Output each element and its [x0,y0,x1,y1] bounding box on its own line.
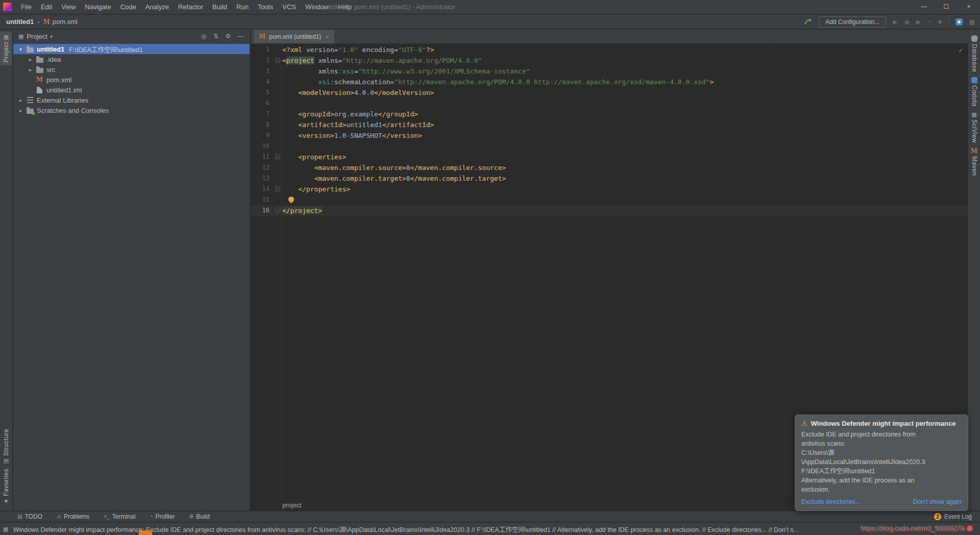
tool-stripe-structure[interactable]: Structure▤ [0,426,12,466]
menu-file[interactable]: File [16,0,36,14]
menu-refactor[interactable]: Refactor [174,0,208,14]
status-message[interactable]: Windows Defender might impact performanc… [13,524,799,534]
breadcrumb-tag-project[interactable]: project [282,502,302,509]
tree-item-external-libraries[interactable]: ▸External Libraries [13,95,250,105]
fold-marker-icon[interactable]: − [275,154,280,159]
tree-label: src [46,66,55,74]
chevron-down-icon[interactable]: ▾ [16,46,25,52]
intention-bulb-icon[interactable] [288,197,294,202]
minimize-button[interactable]: — [913,0,935,14]
line-number: 11 [251,152,273,162]
chevron-down-icon[interactable]: ▾ [50,34,53,39]
code-line-7[interactable]: 7 <groupId>org.example</groupId> [251,109,968,119]
chevron-right-icon[interactable]: ▸ [16,108,25,113]
menu-view[interactable]: View [57,0,80,14]
exclude-directories-link[interactable]: Exclude directories... [801,498,861,505]
close-button[interactable]: × [958,0,980,14]
code-line-12[interactable]: 12 <maven.compiler.source>8</maven.compi… [251,162,968,173]
tool-window-button-problems[interactable]: ⚠Problems [57,513,90,520]
code-segment [282,164,314,172]
code-segment: "http://maven.apache.org/POM/4.0.0 http:… [394,78,709,86]
code-line-10[interactable]: 10 [251,141,968,152]
menu-edit[interactable]: Edit [36,0,57,14]
code-line-1[interactable]: 1<?xml version="1.0" encoding="UTF-8"?> [251,44,968,55]
menu-navigate[interactable]: Navigate [80,0,115,14]
breadcrumb-project[interactable]: untitled1 [6,18,34,26]
menu-tools[interactable]: Tools [253,0,278,14]
tool-stripe-codota[interactable]: Codota [968,75,980,109]
code-line-3[interactable]: 3 xmlns:xsi="http://www.w3.org/2001/XMLS… [251,66,968,77]
close-tab-icon[interactable]: × [326,34,329,40]
tree-item-untitled1[interactable]: ▾untitled1F:\IDEA工作空间\untitled1 [13,44,250,54]
select-opened-file-button[interactable]: ◎ [198,33,210,40]
project-view-selector[interactable]: Project [27,33,47,40]
settings-gear-icon[interactable]: ⚙ [222,33,234,40]
menu-analyze[interactable]: Analyze [141,0,174,14]
code-text: <properties> [282,152,346,162]
coverage-icon[interactable]: ▶ [916,19,921,25]
tree-label: Scratches and Consoles [37,107,109,114]
event-log-button[interactable]: 2 Event Log [934,513,972,520]
tree-item-src[interactable]: ▸src [13,64,250,75]
menu-code[interactable]: Code [116,0,141,14]
debug-icon[interactable]: ◉ [904,19,909,25]
tool-window-button-terminal[interactable]: >_Terminal [104,513,136,520]
tool-stripe-sciview[interactable]: ▦SciView [968,109,980,145]
tool-window-button-todo[interactable]: ▤TODO [17,513,42,520]
code-line-16[interactable]: 16−</project> [251,205,968,216]
window-layout-icon[interactable]: ▦ [969,19,975,25]
code-line-8[interactable]: 8 <artifactId>untitled1</artifactId> [251,119,968,130]
code-line-13[interactable]: 13 <maven.compiler.target>8</maven.compi… [251,173,968,184]
maven-file-icon: M [259,34,265,40]
chevron-right-icon[interactable]: ▸ [16,98,25,103]
code-text: <version>1.0-SNAPSHOT</version> [282,130,422,141]
code-line-6[interactable]: 6 [251,98,968,109]
tool-stripe-maven[interactable]: MMaven [968,145,980,179]
chevron-right-icon[interactable]: ▸ [26,57,35,62]
code-line-15[interactable]: 15 [251,194,968,205]
code-line-2[interactable]: 2−<project xmlns="http://maven.apache.or… [251,55,968,66]
tree-label: External Libraries [37,96,88,104]
code-line-5[interactable]: 5 <modelVersion>4.0.0</modelVersion> [251,87,968,98]
maximize-button[interactable]: ☐ [935,0,958,14]
code-line-9[interactable]: 9 <version>1.0-SNAPSHOT</version> [251,130,968,141]
tree-item-icon-wrap [35,56,44,63]
code-line-14[interactable]: 14− </properties> [251,184,968,194]
tool-stripe-database[interactable]: Database [968,33,980,75]
tree-item-pom-xml[interactable]: Mpom.xml [13,75,250,85]
fold-marker-icon[interactable]: − [275,186,280,191]
add-configuration-button[interactable]: Add Configuration... [819,16,886,28]
plugin-icon[interactable] [955,18,963,26]
breadcrumb-file[interactable]: pom.xml [53,18,78,26]
code-line-11[interactable]: 11− <properties> [251,152,968,162]
stop-icon[interactable]: ■ [938,19,941,25]
fold-marker-icon[interactable]: − [275,208,280,213]
profiler-icon[interactable]: ◔ [927,19,931,25]
code-line-4[interactable]: 4 xsi:schemaLocation="http://maven.apach… [251,77,968,87]
tool-window-button-profiler[interactable]: ◔Profiler [150,513,175,520]
chevron-right-icon[interactable]: ▸ [26,67,35,72]
fold-marker-icon[interactable]: − [275,58,280,63]
load-maven-changes-icon[interactable] [804,18,812,26]
collapse-all-button[interactable]: ⇅ [210,33,222,40]
tree-item-idea[interactable]: ▸.idea [13,54,250,64]
main-toolbar: untitled1 › M pom.xml Add Configuration.… [0,15,980,29]
tool-stripe-favorites[interactable]: Favorites★ [0,466,12,506]
toolbar-divider [948,17,949,27]
inspection-ok-icon[interactable]: ✓ [959,46,963,54]
right-tool-stripe: DatabaseCodota▦SciViewMMaven [968,30,980,510]
tree-item-scratches-and-consoles[interactable]: ▸Scratches and Consoles [13,105,250,115]
maven-icon: M [36,77,43,83]
run-icon[interactable]: ▶ [893,19,897,25]
tool-windows-toggle-icon[interactable]: ▦ [3,526,8,532]
menu-build[interactable]: Build [208,0,232,14]
tool-stripe-project[interactable]: ▦Project [0,32,12,65]
hide-panel-button[interactable]: — [234,33,247,40]
tab-pom-xml[interactable]: M pom.xml (untitled1) × [254,30,334,43]
dont-show-again-link[interactable]: Don't show again [913,498,962,505]
tool-window-button-build[interactable]: ⚙Build [189,513,210,520]
tree-item-untitled1-iml[interactable]: untitled1.iml [13,85,250,95]
code-segment [302,46,306,54]
menu-vcs[interactable]: VCS [278,0,301,14]
menu-run[interactable]: Run [232,0,253,14]
